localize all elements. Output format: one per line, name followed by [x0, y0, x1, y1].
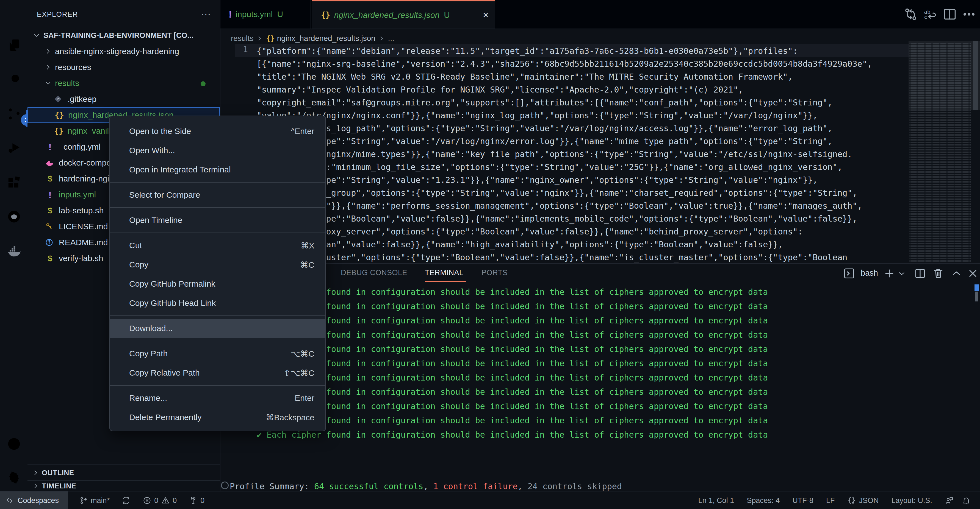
source-control-icon[interactable]: 3: [6, 106, 21, 121]
kill-terminal-trash-icon[interactable]: [932, 267, 944, 279]
tab-bar: ! inputs.yml U {} nginx_hardened_results…: [220, 0, 980, 29]
chevron-down-icon: [32, 31, 41, 40]
split-terminal-icon[interactable]: [914, 267, 926, 279]
radio-tower-icon: [189, 496, 197, 505]
code-row: {"name":"is_cluster","options":{"type":"…: [257, 251, 911, 264]
minimap[interactable]: [909, 43, 971, 262]
tree-root[interactable]: SAF-TRAINING-LAB-ENVIRONMENT [CO...: [27, 27, 220, 43]
code-row: {"name":"access_log_path","options":{"ty…: [257, 122, 911, 135]
tree-item-file[interactable]: .gitkeep: [27, 91, 220, 107]
status-bar: Codespaces main* 0 0 0 Ln 1, Col 1 Space…: [0, 491, 980, 509]
ports-status[interactable]: 0: [189, 496, 204, 505]
breadcrumb-more[interactable]: ...: [388, 34, 395, 43]
tree-item-label: LICENSE.md: [59, 222, 108, 231]
encoding[interactable]: UTF-8: [792, 496, 813, 505]
tab-nginx-hardened-results-json[interactable]: {} nginx_hardened_results.json U ×: [312, 0, 495, 29]
shortcut: ⌘C: [300, 260, 314, 270]
tab-inputs-yml[interactable]: ! inputs.yml U: [220, 0, 311, 29]
tab-debug-console[interactable]: DEBUG CONSOLE: [341, 268, 407, 277]
open-changes-icon[interactable]: [904, 7, 918, 21]
indentation[interactable]: Spaces: 4: [747, 496, 780, 505]
keyboard-layout[interactable]: Layout: U.S.: [891, 496, 932, 505]
tab-terminal[interactable]: TERMINAL: [425, 268, 464, 277]
menu-item-copy-relative-path[interactable]: Copy Relative Path⇧⌥⌘C: [110, 363, 325, 382]
menu-item-download[interactable]: Download...: [110, 319, 325, 338]
tree-item-folder[interactable]: resources: [27, 59, 220, 75]
launch-profile-chevron-icon[interactable]: [897, 267, 906, 279]
cursor-position[interactable]: Ln 1, Col 1: [698, 496, 734, 505]
shell-name[interactable]: bash: [861, 268, 878, 277]
notifications[interactable]: [962, 496, 970, 505]
terminal-line: ✔ Each cipher found in configuration sho…: [257, 428, 768, 442]
close-icon[interactable]: ×: [483, 10, 488, 21]
terminal-scrollbar[interactable]: [975, 292, 978, 301]
github-icon[interactable]: [6, 209, 21, 224]
run-debug-icon[interactable]: [6, 141, 21, 155]
eol[interactable]: LF: [826, 496, 835, 505]
code-row: "copyright_email":"saf@groups.mitre.org"…: [257, 96, 911, 109]
menu-item-copy[interactable]: Copy⌘C: [110, 255, 325, 274]
chevron-right-icon: [256, 35, 263, 42]
code-editor[interactable]: {"platform":{"name":"debian","release":"…: [257, 44, 911, 264]
branch-status[interactable]: main*: [79, 496, 110, 505]
menu-item-open-to-side[interactable]: Open to the Side^Enter: [110, 122, 325, 141]
tree-root-label: SAF-TRAINING-LAB-ENVIRONMENT [CO...: [43, 31, 194, 40]
extensions-icon[interactable]: [6, 175, 21, 190]
menu-item-copy-path[interactable]: Copy Path⌥⌘C: [110, 344, 325, 363]
code-row: {"name":"is_proxy_server","options":{"ty…: [257, 225, 911, 238]
chevron-right-icon: [44, 63, 52, 71]
outline-label: OUTLINE: [42, 469, 74, 477]
terminal-output[interactable]: ✔ Each cipher found in configuration sho…: [257, 285, 768, 442]
menu-item-open-with[interactable]: Open With...: [110, 141, 325, 160]
warning-count: 0: [173, 496, 177, 505]
sync-status[interactable]: [122, 496, 130, 505]
terminal-line: ✔ Each cipher found in configuration sho…: [257, 314, 768, 328]
sep: ,: [518, 482, 528, 491]
explorer-icon[interactable]: [6, 38, 21, 53]
language-mode[interactable]: JSON: [847, 496, 878, 505]
menu-item-cut[interactable]: Cut⌘X: [110, 236, 325, 255]
explorer-header: EXPLORER ⋯: [37, 8, 212, 20]
maximize-panel-icon[interactable]: [950, 267, 963, 279]
editor-scrollbar[interactable]: [973, 41, 978, 110]
menu-item-select-for-compare[interactable]: Select for Compare: [110, 186, 325, 205]
explorer-more-actions-icon[interactable]: ⋯: [201, 8, 212, 20]
feedback[interactable]: [945, 496, 954, 505]
remote-indicator[interactable]: Codespaces: [0, 492, 68, 509]
docker-icon[interactable]: [6, 244, 21, 258]
account-icon[interactable]: [6, 436, 21, 451]
menu-item-open-timeline[interactable]: Open Timeline: [110, 211, 325, 230]
remote-icon: [5, 496, 14, 505]
shortcut: ⌥⌘C: [291, 349, 314, 358]
code-row: "value":"/etc/nginx/mime.types"}},{"name…: [257, 148, 911, 160]
timeline-section[interactable]: TIMELINE: [27, 480, 220, 491]
problems-status[interactable]: 0 0: [143, 496, 177, 505]
search-icon[interactable]: [6, 73, 21, 87]
close-panel-icon[interactable]: [967, 267, 979, 279]
menu-icon[interactable]: [6, 9, 21, 24]
chevron-right-icon: [32, 469, 40, 477]
menu-item-delete-permanently[interactable]: Delete Permanently⌘Backspace: [110, 408, 325, 427]
word-wrap-icon[interactable]: abc: [923, 7, 937, 21]
git-status-badge: U: [444, 10, 450, 20]
tree-item-folder-results[interactable]: results: [27, 75, 220, 91]
terminal-line: ✔ Each cipher found in configuration sho…: [257, 414, 768, 428]
tree-item-folder[interactable]: ansible-nginx-stigready-hardening: [27, 43, 220, 59]
menu-item-rename[interactable]: Rename...Enter: [110, 388, 325, 408]
summary-skip: 24 controls skipped: [528, 482, 622, 491]
menu-item-copy-github-permalink[interactable]: Copy GitHub Permalink: [110, 274, 325, 293]
timeline-label: TIMELINE: [42, 482, 76, 490]
tab-ports[interactable]: PORTS: [482, 268, 508, 277]
tree-item-label: README.md: [59, 238, 108, 247]
split-editor-icon[interactable]: [943, 7, 957, 21]
json-braces-icon: {}: [54, 127, 64, 136]
breadcrumb-folder[interactable]: results: [231, 34, 253, 43]
breadcrumb-file[interactable]: nginx_hardened_results.json: [277, 34, 375, 43]
menu-item-copy-github-head-link[interactable]: Copy GitHub Head Link: [110, 293, 325, 313]
menu-item-open-in-terminal[interactable]: Open in Integrated Terminal: [110, 160, 325, 179]
terminal-line: ✔ Each cipher found in configuration sho…: [257, 328, 768, 342]
new-terminal-icon[interactable]: [883, 267, 896, 279]
settings-gear-icon[interactable]: [6, 470, 21, 485]
more-actions-icon[interactable]: [962, 7, 976, 21]
outline-section[interactable]: OUTLINE: [27, 465, 220, 480]
